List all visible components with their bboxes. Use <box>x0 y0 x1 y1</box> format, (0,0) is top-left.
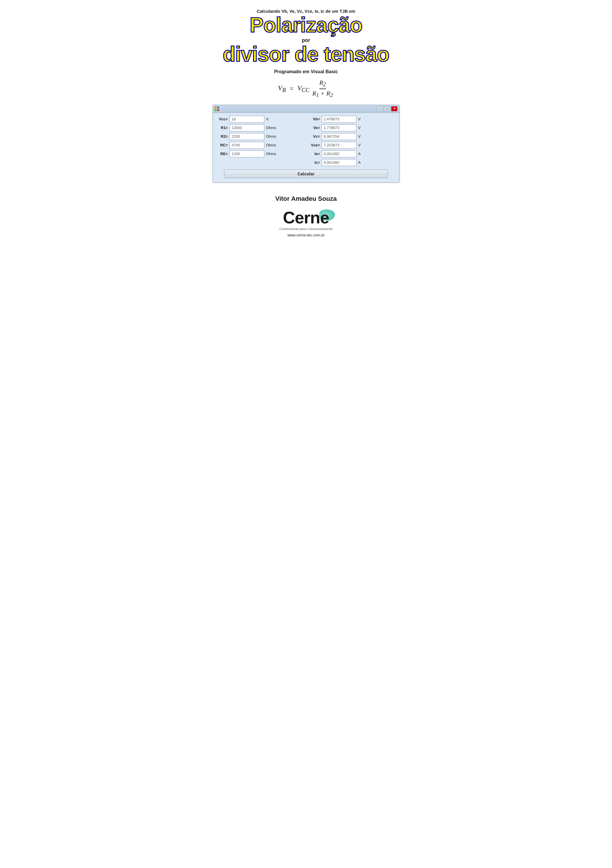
vc-label: Vc= <box>309 134 320 139</box>
outputs-column: Vb= V Ve= V Vc= V Vce= V <box>309 116 395 166</box>
cerne-name: Cerne <box>283 208 329 227</box>
rc-unit: Ohms <box>266 143 276 147</box>
minimize-button[interactable]: — <box>377 106 383 112</box>
ic-output[interactable] <box>322 159 356 166</box>
ie-output[interactable] <box>322 150 356 157</box>
re-unit: Ohms <box>266 152 276 156</box>
window-titlebar: — □ ✕ <box>213 105 399 113</box>
title-line2: divisor de tensão <box>213 43 399 65</box>
re-label: RE= <box>217 152 228 156</box>
subtitle: Calculando Vb, Ve, Vc, Vce, Ie, Ic de um… <box>213 9 399 14</box>
svg-rect-1 <box>217 107 219 108</box>
cerne-logo: Cerne <box>283 208 329 227</box>
window-app-icon <box>214 107 220 111</box>
r2-input[interactable] <box>230 133 264 140</box>
vb-output[interactable] <box>322 116 356 123</box>
website-url: www.cerne-tec.com.br <box>213 233 399 237</box>
svg-rect-0 <box>214 107 216 108</box>
vc-unit: V <box>358 134 368 139</box>
ve-row: Ve= V <box>309 124 395 131</box>
vb-row: Vb= V <box>309 116 395 123</box>
close-button[interactable]: ✕ <box>391 106 398 112</box>
r1-input[interactable] <box>230 124 264 131</box>
svg-rect-2 <box>214 109 216 111</box>
ic-row: Ic= A <box>309 159 395 166</box>
vb-unit: V <box>358 117 368 121</box>
vc-row: Vc= V <box>309 133 395 140</box>
rc-row: RC= Ohms <box>217 142 303 149</box>
ie-label: Ie= <box>309 152 320 156</box>
author-name: Vitor Amadeu Souza <box>213 195 399 203</box>
formula-vcc: VCC <box>297 84 309 93</box>
logo-container: Cerne Conhecimento para o Desenvolviment… <box>213 208 399 231</box>
vce-unit: V <box>358 143 368 147</box>
calcular-button[interactable]: Calcular <box>224 169 388 178</box>
r2-row: R2= Ohms <box>217 133 303 140</box>
vc-output[interactable] <box>322 133 356 140</box>
rc-label: RC= <box>217 143 228 147</box>
ic-unit: A <box>358 160 368 164</box>
ve-unit: V <box>358 126 368 130</box>
r2-label: R2= <box>217 134 228 139</box>
ic-label: Ic= <box>309 160 320 164</box>
button-row: Calcular <box>217 169 395 178</box>
window-body: Vcc= V R1= Ohms R2= Ohms RC= Ohm <box>213 113 399 182</box>
ie-unit: A <box>358 152 368 156</box>
formula-block: VB = VCC R2 R1 + R2 <box>213 79 399 98</box>
dots-decoration: · · · <box>213 188 399 191</box>
form-grid: Vcc= V R1= Ohms R2= Ohms RC= Ohm <box>217 116 395 166</box>
cerne-tagline: Conhecimento para o Desenvolvimento <box>213 227 399 231</box>
formula-vb: VB <box>278 84 286 93</box>
r1-label: R1= <box>217 126 228 130</box>
vcc-row: Vcc= V <box>217 116 303 123</box>
vcc-label: Vcc= <box>217 117 228 121</box>
vcc-unit: V <box>266 117 276 121</box>
window-controls: — □ ✕ <box>377 106 398 112</box>
programado-label: Programado em Visual Basic <box>213 69 399 74</box>
r2-unit: Ohms <box>266 134 276 139</box>
inputs-column: Vcc= V R1= Ohms R2= Ohms RC= Ohm <box>217 116 303 166</box>
vce-row: Vce= V <box>309 142 395 149</box>
vce-label: Vce= <box>309 143 320 147</box>
r1-unit: Ohms <box>266 126 276 130</box>
ve-label: Ve= <box>309 126 320 130</box>
rc-input[interactable] <box>230 142 264 149</box>
formula-eq: = <box>287 85 295 93</box>
ie-row: Ie= A <box>309 150 395 157</box>
r1-row: R1= Ohms <box>217 124 303 131</box>
restore-button[interactable]: □ <box>384 106 390 112</box>
app-window: — □ ✕ Vcc= V R1= Ohms R2= <box>213 105 399 183</box>
vb-label: Vb= <box>309 117 320 121</box>
vcc-input[interactable] <box>230 116 264 123</box>
ve-output[interactable] <box>322 124 356 131</box>
re-input[interactable] <box>230 150 264 157</box>
svg-rect-3 <box>217 109 219 111</box>
vce-output[interactable] <box>322 142 356 149</box>
title-line1: Polarização <box>213 14 399 36</box>
formula-fraction: R2 R1 + R2 <box>312 79 333 98</box>
re-row: RE= Ohms <box>217 150 303 157</box>
